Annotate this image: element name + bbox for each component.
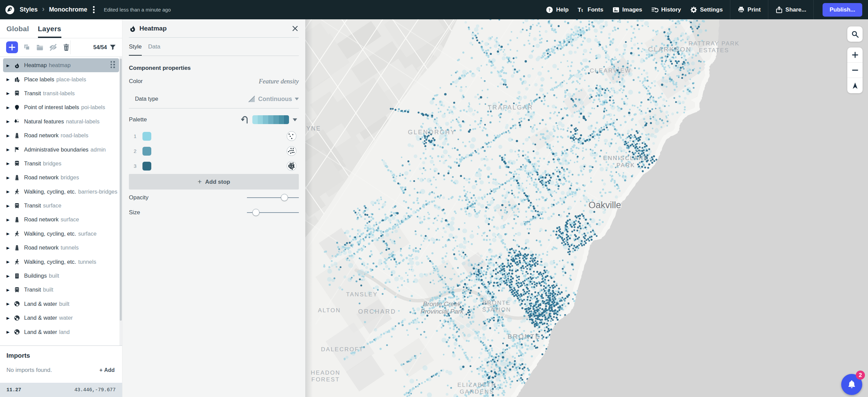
svg-text:TRAFALGAR: TRAFALGAR	[488, 104, 533, 111]
svg-text:CLEARVIEW: CLEARVIEW	[590, 67, 631, 74]
svg-text:HEADON: HEADON	[311, 370, 341, 376]
svg-text:FOREST: FOREST	[311, 376, 340, 383]
svg-text:T: T	[578, 6, 581, 13]
svg-text:Bronte Creek: Bronte Creek	[423, 300, 461, 307]
svg-text:PARK: PARK	[616, 162, 635, 168]
svg-text:BRONTE: BRONTE	[483, 300, 511, 306]
svg-text:Provincial Park: Provincial Park	[421, 308, 464, 315]
svg-text:STATION: STATION	[482, 306, 511, 313]
svg-text:GLENORCHY: GLENORCHY	[408, 129, 456, 136]
svg-text:t: t	[581, 7, 583, 13]
svg-text:CLARKSON: CLARKSON	[648, 46, 692, 53]
svg-text:DALECROFT: DALECROFT	[321, 346, 363, 353]
svg-text:ELIZABETH: ELIZABETH	[457, 382, 496, 388]
svg-text:TANSLEY: TANSLEY	[346, 291, 378, 298]
svg-text:RATTRAY PARK: RATTRAY PARK	[689, 40, 739, 47]
svg-text:ALTON: ALTON	[318, 307, 341, 314]
svg-text:BRONTE: BRONTE	[507, 333, 540, 340]
svg-text:GARDENS: GARDENS	[460, 389, 494, 395]
svg-text:ENNISCLARE: ENNISCLARE	[603, 155, 649, 161]
svg-text:ESTATES: ESTATES	[699, 47, 729, 54]
svg-text:ORCHARD: ORCHARD	[358, 308, 396, 315]
svg-text:Oakville: Oakville	[589, 200, 621, 210]
